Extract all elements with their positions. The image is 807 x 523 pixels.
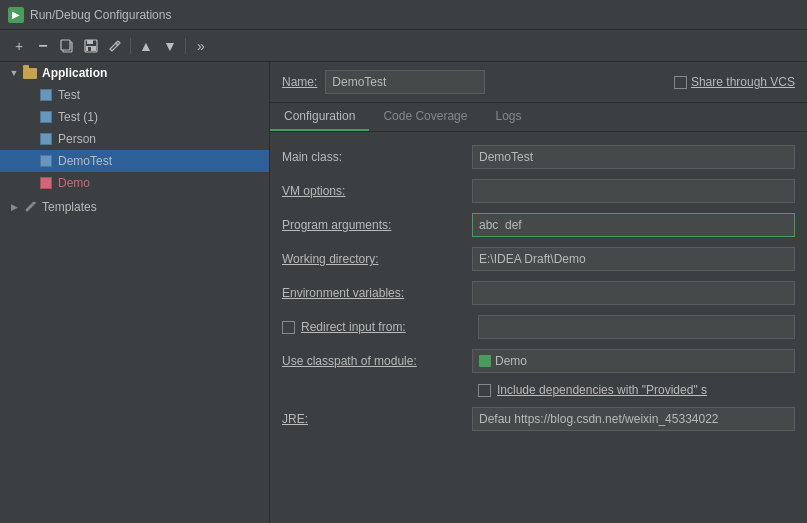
test1-label: Test (1) xyxy=(58,110,98,124)
form-row-redirect: Redirect input from: xyxy=(270,310,807,344)
more-button[interactable]: » xyxy=(190,35,212,57)
vm-options-label: VM options: xyxy=(282,184,472,198)
form-row-include-deps: Include dependencies with "Provided" s xyxy=(270,378,807,402)
name-label: Name: xyxy=(282,75,317,89)
classpath-label: Use classpath of module: xyxy=(282,354,472,368)
form-row-env-vars: Environment variables: xyxy=(270,276,807,310)
left-panel: ▼ Application ▶ Test ▶ Test (1) ▶ xyxy=(0,62,270,523)
config-icon-demo xyxy=(38,175,54,191)
program-args-label: Program arguments: xyxy=(282,218,472,232)
include-deps-checkbox[interactable] xyxy=(478,384,491,397)
toolbar: + − ▲ ▼ » xyxy=(0,30,807,62)
remove-button[interactable]: − xyxy=(32,35,54,57)
tree-item-test[interactable]: ▶ Test xyxy=(0,84,269,106)
tree-item-test1[interactable]: ▶ Test (1) xyxy=(0,106,269,128)
form-row-vm-options: VM options: xyxy=(270,174,807,208)
wrench-icon xyxy=(22,199,38,215)
tab-logs[interactable]: Logs xyxy=(481,103,535,131)
edit-button[interactable] xyxy=(104,35,126,57)
app-icon: ▶ xyxy=(8,7,24,23)
config-form: Main class: VM options: Program argument… xyxy=(270,132,807,523)
include-deps-label: Include dependencies with "Provided" s xyxy=(497,383,707,397)
demo-label: Demo xyxy=(58,176,90,190)
add-button[interactable]: + xyxy=(8,35,30,57)
jre-label: JRE: xyxy=(282,412,472,426)
application-label: Application xyxy=(42,66,107,80)
up-button[interactable]: ▲ xyxy=(135,35,157,57)
form-row-main-class: Main class: xyxy=(270,140,807,174)
config-icon-person xyxy=(38,131,54,147)
main-class-label: Main class: xyxy=(282,150,472,164)
tree-item-demotest[interactable]: ▶ DemoTest xyxy=(0,150,269,172)
tabs: Configuration Code Coverage Logs xyxy=(270,103,807,132)
demotest-label: DemoTest xyxy=(58,154,112,168)
tree-item-person[interactable]: ▶ Person xyxy=(0,128,269,150)
application-folder-icon xyxy=(22,65,38,81)
redirect-label: Redirect input from: xyxy=(301,320,406,334)
tree-item-demo[interactable]: ▶ Demo xyxy=(0,172,269,194)
tree-arrow-templates: ▶ xyxy=(8,201,20,213)
share-area: Share through VCS xyxy=(674,75,795,89)
classpath-value: Demo xyxy=(495,354,527,368)
main-layout: ▼ Application ▶ Test ▶ Test (1) ▶ xyxy=(0,62,807,523)
form-row-jre: JRE: xyxy=(270,402,807,436)
main-class-input[interactable] xyxy=(472,145,795,169)
test-label: Test xyxy=(58,88,80,102)
config-icon-demotest xyxy=(38,153,54,169)
right-panel: Name: Share through VCS Configuration Co… xyxy=(270,62,807,523)
copy-button[interactable] xyxy=(56,35,78,57)
working-dir-label: Working directory: xyxy=(282,252,472,266)
tab-configuration[interactable]: Configuration xyxy=(270,103,369,131)
working-dir-container xyxy=(472,247,795,271)
templates-label: Templates xyxy=(42,200,97,214)
redirect-checkbox[interactable] xyxy=(282,321,295,334)
svg-rect-1 xyxy=(61,40,70,50)
env-vars-input[interactable] xyxy=(472,281,795,305)
classpath-input-container[interactable]: Demo xyxy=(472,349,795,373)
env-vars-label: Environment variables: xyxy=(282,286,472,300)
toolbar-separator-2 xyxy=(185,38,186,54)
save-button[interactable] xyxy=(80,35,102,57)
config-icon-test1 xyxy=(38,109,54,125)
tree-application[interactable]: ▼ Application xyxy=(0,62,269,84)
module-icon xyxy=(479,355,491,367)
tree-templates[interactable]: ▶ Templates xyxy=(0,196,269,218)
title-bar-text: Run/Debug Configurations xyxy=(30,8,171,22)
name-row: Name: Share through VCS xyxy=(270,62,807,103)
redirect-input[interactable] xyxy=(478,315,795,339)
toolbar-separator xyxy=(130,38,131,54)
program-args-input[interactable] xyxy=(472,213,795,237)
share-checkbox[interactable] xyxy=(674,76,687,89)
down-button[interactable]: ▼ xyxy=(159,35,181,57)
share-label: Share through VCS xyxy=(691,75,795,89)
config-icon-test xyxy=(38,87,54,103)
svg-rect-5 xyxy=(88,47,91,51)
person-label: Person xyxy=(58,132,96,146)
form-row-working-dir: Working directory: xyxy=(270,242,807,276)
vm-options-input[interactable] xyxy=(472,179,795,203)
jre-input[interactable] xyxy=(472,407,795,431)
working-dir-input[interactable] xyxy=(472,247,795,271)
svg-rect-3 xyxy=(87,40,93,44)
form-row-program-args: Program arguments: xyxy=(270,208,807,242)
title-bar: ▶ Run/Debug Configurations xyxy=(0,0,807,30)
tree-arrow-application: ▼ xyxy=(8,67,20,79)
form-row-classpath: Use classpath of module: Demo xyxy=(270,344,807,378)
name-input[interactable] xyxy=(325,70,485,94)
tab-code-coverage[interactable]: Code Coverage xyxy=(369,103,481,131)
